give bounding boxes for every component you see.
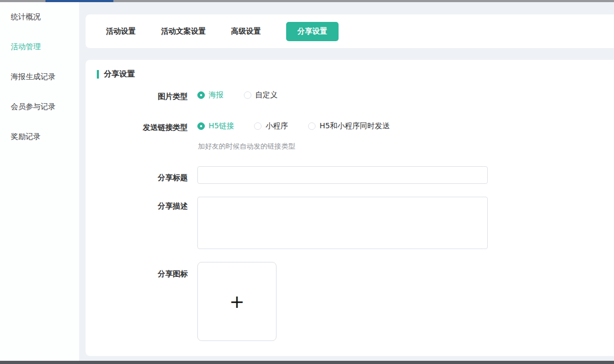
share-icon-label: 分享图标 [86,269,188,279]
sidebar: 统计概况 活动管理 海报生成记录 会员参与记录 奖励记录 [0,2,79,361]
tab-bar: 活动设置 活动文案设置 高级设置 分享设置 [86,14,614,48]
radio-label: H5链接 [209,121,234,131]
share-title-input[interactable] [197,166,488,184]
radio-label: 自定义 [255,90,278,100]
tab-activity-copy-settings[interactable]: 活动文案设置 [161,27,206,36]
radio-h5-link[interactable]: H5链接 [197,121,234,131]
radio-label: 小程序 [265,121,288,131]
progress-segment [45,0,113,2]
sidebar-item-label: 统计概况 [11,12,41,22]
top-progress-bar [0,0,614,2]
link-type-hint: 加好友的时候自动发的链接类型 [198,142,295,151]
image-type-radio-group: 海报 自定义 [197,90,298,100]
radio-unchecked-icon [308,122,316,130]
radio-unchecked-icon [244,91,251,99]
radio-h5-and-mini-program[interactable]: H5和小程序同时发送 [308,121,389,131]
tab-share-settings[interactable]: 分享设置 [286,22,339,41]
sidebar-item-label: 会员参与记录 [11,102,56,112]
plus-icon: + [229,292,245,311]
radio-poster[interactable]: 海报 [197,90,224,100]
radio-checked-icon [197,91,205,99]
link-type-radio-group: H5链接 小程序 H5和小程序同时发送 [197,121,410,131]
radio-label: H5和小程序同时发送 [319,121,389,131]
section-title: 分享设置 [104,69,135,79]
sidebar-item-label: 活动管理 [11,42,41,52]
sidebar-item-label: 奖励记录 [11,132,41,142]
share-desc-textarea[interactable] [197,197,488,249]
radio-checked-icon [197,122,205,130]
link-type-label: 发送链接类型 [86,123,188,133]
share-icon-upload[interactable]: + [197,262,277,341]
sidebar-item-activity-management[interactable]: 活动管理 [0,32,79,62]
main-area: 活动设置 活动文案设置 高级设置 分享设置 分享设置 图片类型 海报 自定义 发… [79,2,614,361]
sidebar-item-reward-records[interactable]: 奖励记录 [0,122,79,152]
section-accent-bar [97,70,99,79]
share-title-label: 分享标题 [86,173,188,183]
tab-advanced-settings[interactable]: 高级设置 [231,27,261,36]
radio-unchecked-icon [254,122,262,130]
section-header: 分享设置 [97,69,135,79]
share-settings-panel: 分享设置 图片类型 海报 自定义 发送链接类型 H5链接 小程序 [86,60,614,356]
radio-label: 海报 [209,90,224,100]
radio-custom[interactable]: 自定义 [244,90,278,100]
sidebar-item-poster-records[interactable]: 海报生成记录 [0,62,79,92]
sidebar-item-label: 海报生成记录 [11,72,56,82]
radio-mini-program[interactable]: 小程序 [254,121,288,131]
share-desc-label: 分享描述 [86,202,188,211]
image-type-label: 图片类型 [86,92,188,102]
bottom-edge-bar [0,361,614,364]
sidebar-item-member-participation[interactable]: 会员参与记录 [0,92,79,122]
sidebar-item-statistics-overview[interactable]: 统计概况 [0,2,79,32]
tab-activity-settings[interactable]: 活动设置 [106,27,136,36]
